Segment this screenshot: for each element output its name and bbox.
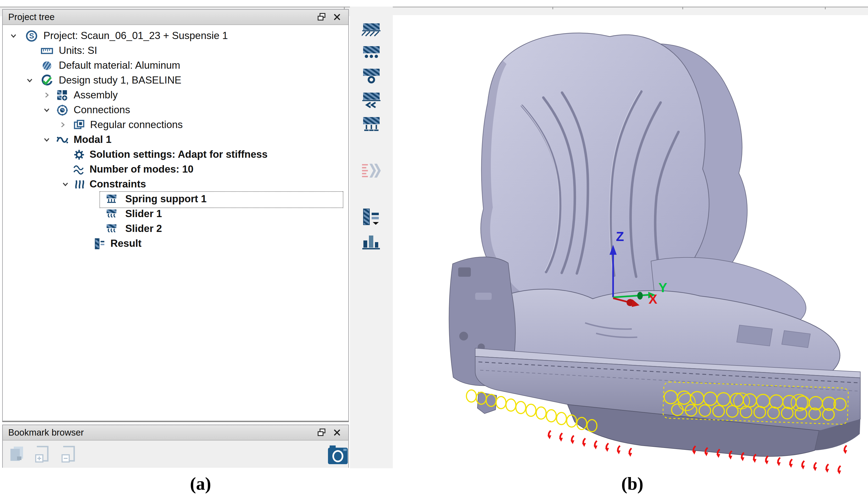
simsolid-project-icon: S xyxy=(25,30,38,42)
tree-item-label[interactable]: Default material: Aluminum xyxy=(59,58,180,73)
result-spring-icon xyxy=(93,237,105,250)
connections-icon xyxy=(56,104,69,116)
project-tree-body: S Project: Scaun_06_01_23 + Suspensie 1 … xyxy=(3,25,348,422)
tree-item-label[interactable]: Regular connections xyxy=(90,117,183,132)
expander-closed-icon[interactable] xyxy=(59,121,66,128)
tree-row-slider-1[interactable]: Slider 1 xyxy=(3,206,348,221)
regular-connections-icon xyxy=(73,119,85,131)
new-bookmark-icon[interactable] xyxy=(8,445,28,464)
tree-row-result[interactable]: Result xyxy=(3,236,348,251)
spring-support-icon[interactable] xyxy=(361,115,382,135)
close-icon[interactable] xyxy=(331,11,343,23)
seat-3d-model: Z Y X xyxy=(393,15,868,504)
expander-open-icon[interactable] xyxy=(26,77,33,84)
tree-item-label[interactable]: Slider 1 xyxy=(125,206,162,221)
tree-row-solution-settings[interactable]: Solution settings: Adapt for stiffness xyxy=(3,147,348,162)
tree-item-label[interactable]: Number of modes: 10 xyxy=(90,162,193,177)
slider-constraint-icon xyxy=(105,223,118,235)
spring-support-icon xyxy=(105,193,118,206)
bookmark-browser-titlebar: Bookmark browser xyxy=(3,425,348,441)
tree-row-constraints[interactable]: Constraints xyxy=(3,177,348,192)
y-axis-label: Y xyxy=(659,280,667,295)
x-axis-label: X xyxy=(649,292,657,306)
project-tree-titlebar: Project tree xyxy=(3,10,348,25)
gear-icon xyxy=(73,148,85,161)
tree-row-regular-connections[interactable]: Regular connections xyxy=(3,117,348,132)
3d-viewport[interactable]: Z Y X xyxy=(393,15,868,504)
slider-constraint-icon xyxy=(105,208,118,220)
expander-open-icon[interactable] xyxy=(43,106,50,113)
tree-row-spring-support[interactable]: Spring support 1 xyxy=(3,192,348,206)
remove-bookmark-icon[interactable] xyxy=(59,445,79,464)
tree-item-label[interactable]: Units: SI xyxy=(59,43,97,58)
tree-item-label[interactable]: Assembly xyxy=(74,88,117,103)
material-icon xyxy=(41,59,53,72)
tree-row-project[interactable]: S Project: Scaun_06_01_23 + Suspensie 1 xyxy=(3,28,348,43)
tree-item-label[interactable]: Spring support 1 xyxy=(125,192,207,206)
design-study-icon xyxy=(41,74,53,87)
constraints-icon xyxy=(73,178,85,191)
z-axis-label: Z xyxy=(616,229,624,244)
add-bookmark-icon[interactable] xyxy=(33,445,53,464)
tree-row-units[interactable]: Units: SI xyxy=(3,43,348,58)
svg-text:S: S xyxy=(29,32,34,40)
figure-label-b: (b) xyxy=(602,473,662,494)
expander-open-icon[interactable] xyxy=(62,181,69,188)
tree-item-label[interactable]: Modal 1 xyxy=(74,132,112,147)
tree-item-label[interactable]: Project: Scaun_06_01_23 + Suspensie 1 xyxy=(43,28,228,43)
toolbar-separator-tick xyxy=(682,7,683,9)
constraint-toolbar xyxy=(350,7,393,468)
tree-item-label[interactable]: Result xyxy=(111,236,142,251)
frequency-chart-icon[interactable] xyxy=(361,232,382,251)
solve-icon[interactable] xyxy=(361,161,382,181)
camera-icon[interactable] xyxy=(328,445,348,465)
project-tree-title: Project tree xyxy=(8,12,55,22)
assembly-icon xyxy=(56,89,69,102)
bookmark-browser-panel: Bookmark browser xyxy=(2,424,349,468)
bookmark-browser-title: Bookmark browser xyxy=(8,427,84,438)
close-icon[interactable] xyxy=(331,427,343,438)
tree-item-label[interactable]: Connections xyxy=(74,103,130,117)
float-icon[interactable] xyxy=(316,11,328,23)
immovable-support-icon[interactable] xyxy=(361,20,382,40)
tree-row-material[interactable]: Default material: Aluminum xyxy=(3,58,348,73)
tree-item-label[interactable]: Design study 1, BASELINE xyxy=(59,73,181,88)
figure-label-a: (a) xyxy=(170,473,231,494)
tree-row-connections[interactable]: Connections xyxy=(3,103,348,117)
sliding-support-icon[interactable] xyxy=(361,43,382,63)
tree-item-label[interactable]: Slider 2 xyxy=(125,221,162,236)
expander-open-icon[interactable] xyxy=(43,136,50,143)
tree-item-label[interactable]: Solution settings: Adapt for stiffness xyxy=(90,147,268,162)
expander-closed-icon[interactable] xyxy=(43,92,50,99)
bookmark-browser-body xyxy=(3,441,348,468)
hinge-support-icon[interactable] xyxy=(361,66,382,86)
tree-row-assembly[interactable]: Assembly xyxy=(3,88,348,103)
expander-open-icon[interactable] xyxy=(10,32,17,39)
float-icon[interactable] xyxy=(316,427,328,438)
modal-analysis-icon xyxy=(56,134,69,146)
toolbar-separator-tick xyxy=(825,7,826,9)
tree-row-slider-2[interactable]: Slider 2 xyxy=(3,221,348,236)
panel-divider xyxy=(2,421,349,422)
slider-constraint-icon[interactable] xyxy=(361,90,382,110)
modes-wave-icon xyxy=(73,163,85,176)
tree-row-design-study[interactable]: Design study 1, BASELINE xyxy=(3,73,348,88)
project-tree-panel: Project tree S Project: Scaun_06_01_23 +… xyxy=(2,9,349,422)
tree-row-modal[interactable]: Modal 1 xyxy=(3,132,348,147)
tree-row-number-of-modes[interactable]: Number of modes: 10 xyxy=(3,162,348,177)
units-ruler-icon xyxy=(41,44,53,57)
spring-results-icon[interactable] xyxy=(361,207,382,227)
tree-item-label[interactable]: Constraints xyxy=(90,177,146,192)
toolbar-separator-tick xyxy=(552,7,553,9)
